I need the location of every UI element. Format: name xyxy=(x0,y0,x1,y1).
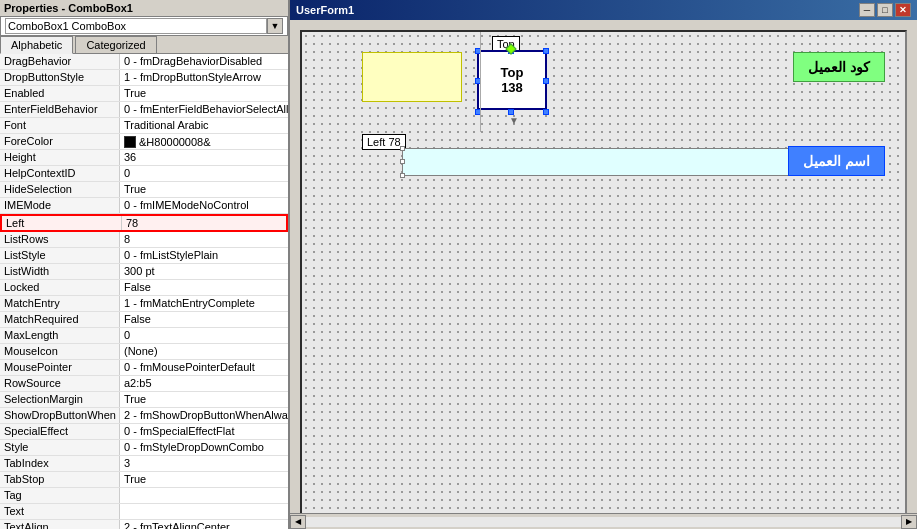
top-label: Top xyxy=(501,65,524,80)
object-name: ComboBox1 ComboBox xyxy=(5,18,267,34)
yellow-label xyxy=(362,52,462,102)
properties-table: DragBehavior 0 - fmDragBehaviorDisabled … xyxy=(0,54,288,529)
prop-matchentry: MatchEntry 1 - fmMatchEntryComplete xyxy=(0,296,288,312)
handle-br xyxy=(543,109,549,115)
panel-title-text: Properties - ComboBox1 xyxy=(4,2,133,14)
prop-helpcontextid: HelpContextID 0 xyxy=(0,166,288,182)
prop-locked: Locked False xyxy=(0,280,288,296)
prop-tag: Tag xyxy=(0,488,288,504)
combo-handle-l xyxy=(400,146,405,151)
property-tabs: Alphabetic Categorized xyxy=(0,36,288,54)
userform-panel: UserForm1 ─ □ ✕ Top Top 138 xyxy=(290,0,917,529)
prop-maxlength: MaxLength 0 xyxy=(0,328,288,344)
prop-rowsource: RowSource a2:b5 xyxy=(0,376,288,392)
prop-style: Style 0 - fmStyleDropDownCombo xyxy=(0,440,288,456)
prop-matchrequired: MatchRequired False xyxy=(0,312,288,328)
vertical-guide xyxy=(480,32,481,132)
object-selector[interactable]: ComboBox1 ComboBox ▼ xyxy=(0,17,288,36)
prop-liststyle: ListStyle 0 - fmListStylePlain xyxy=(0,248,288,264)
prop-forecolor: ForeColor &H80000008& xyxy=(0,134,288,150)
minimize-button[interactable]: ─ xyxy=(859,3,875,17)
prop-showdropbuttonwhen: ShowDropButtonWhen 2 - fmShowDropButtonW… xyxy=(0,408,288,424)
prop-selectionmargin: SelectionMargin True xyxy=(0,392,288,408)
tab-categorized[interactable]: Categorized xyxy=(75,36,156,53)
prop-dragbehavior: DragBehavior 0 - fmDragBehaviorDisabled xyxy=(0,54,288,70)
titlebar-buttons: ─ □ ✕ xyxy=(859,3,911,17)
userform-title: UserForm1 xyxy=(296,4,354,16)
properties-panel: Properties - ComboBox1 ComboBox1 ComboBo… xyxy=(0,0,290,529)
combo-handle-lm xyxy=(400,159,405,164)
prop-textalign: TextAlign 2 - fmTextAlignCenter xyxy=(0,520,288,529)
combobox-control[interactable]: ▼ xyxy=(402,148,835,176)
prop-tabindex: TabIndex 3 xyxy=(0,456,288,472)
prop-height: Height 36 xyxy=(0,150,288,166)
prop-hideselection: HideSelection True xyxy=(0,182,288,198)
prop-enabled: Enabled True xyxy=(0,86,288,102)
scroll-right-button[interactable]: ▶ xyxy=(901,515,917,529)
prop-listwidth: ListWidth 300 pt xyxy=(0,264,288,280)
form-canvas[interactable]: Top Top 138 ▼ كود العميل xyxy=(300,30,907,519)
panel-title: Properties - ComboBox1 xyxy=(0,0,288,17)
prop-mouseicon: MouseIcon (None) xyxy=(0,344,288,360)
prop-text: Text xyxy=(0,504,288,520)
tab-alphabetic[interactable]: Alphabetic xyxy=(0,36,73,54)
prop-listrows: ListRows 8 xyxy=(0,232,288,248)
prop-specialeffect: SpecialEffect 0 - fmSpecialEffectFlat xyxy=(0,424,288,440)
top-value: 138 xyxy=(501,80,523,95)
forecolor-swatch xyxy=(124,136,136,148)
down-arrow: ▼ xyxy=(509,115,519,126)
prop-font: Font Traditional Arabic xyxy=(0,118,288,134)
object-dropdown-arrow[interactable]: ▼ xyxy=(267,18,283,34)
handle-tr xyxy=(543,48,549,54)
prop-dropbuttonstyle: DropButtonStyle 1 - fmDropButtonStyleArr… xyxy=(0,70,288,86)
prop-enterfieldbehavior: EnterFieldBehavior 0 - fmEnterFieldBehav… xyxy=(0,102,288,118)
prop-tabstop: TabStop True xyxy=(0,472,288,488)
green-label-kod: كود العميل xyxy=(793,52,885,82)
userform-content: Top Top 138 ▼ كود العميل xyxy=(290,20,917,529)
top-box[interactable]: Top 138 xyxy=(477,50,547,110)
maximize-button[interactable]: □ xyxy=(877,3,893,17)
close-button[interactable]: ✕ xyxy=(895,3,911,17)
scroll-left-button[interactable]: ◀ xyxy=(290,515,306,529)
prop-left[interactable]: Left 78 xyxy=(0,214,288,232)
scroll-track xyxy=(306,517,901,527)
prop-imemode: IMEMode 0 - fmIMEModeNoControl xyxy=(0,198,288,214)
horizontal-scrollbar[interactable]: ◀ ▶ xyxy=(290,513,917,529)
userform-titlebar: UserForm1 ─ □ ✕ xyxy=(290,0,917,20)
blue-label-name: اسم العميل xyxy=(788,146,885,176)
prop-mousepointer: MousePointer 0 - fmMousePointerDefault xyxy=(0,360,288,376)
combo-handle-lb xyxy=(400,173,405,178)
handle-mr xyxy=(543,78,549,84)
